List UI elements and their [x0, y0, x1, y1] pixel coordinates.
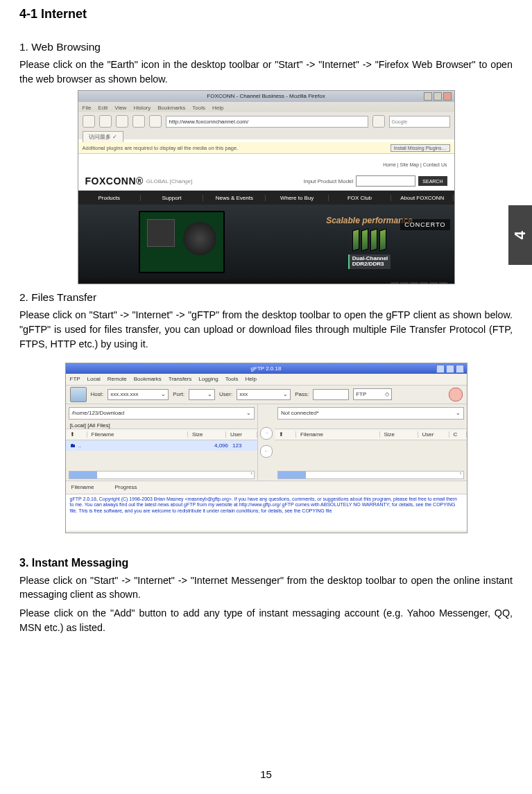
page-6[interactable]: 6 — [439, 282, 447, 284]
gftp-titlebar: gFTP 2.0.18 — [66, 363, 467, 374]
brand-region[interactable]: GLOBAL [Change] — [146, 178, 192, 184]
file-row[interactable]: 🖿 .. 4,096 123 — [66, 440, 258, 451]
page-2[interactable]: 2 — [400, 282, 409, 284]
remote-path[interactable]: Not connected*⌄ — [277, 407, 464, 420]
nav-about[interactable]: About FOXCONN — [391, 195, 454, 201]
protocol-select[interactable]: FTP◇ — [353, 388, 392, 400]
menubar: File Edit View History Bookmarks Tools H… — [78, 102, 454, 113]
col-user[interactable]: User — [418, 431, 449, 438]
install-plugins-button[interactable]: Install Missing Plugins… — [391, 144, 450, 152]
page-1[interactable]: 1 — [391, 282, 399, 284]
page-heading: 4-1 Internet — [19, 7, 513, 21]
chapter-tab: 4 — [508, 205, 532, 265]
section1-title: 1. Web Browsing — [19, 41, 513, 53]
host-label: Host: — [91, 391, 104, 397]
stop-button[interactable] — [449, 388, 463, 402]
section3-body1: Please click on "Start" -> "Internet" ->… — [19, 573, 513, 602]
window-titlebar: FOXCONN - Channel Business - Mozilla Fir… — [78, 91, 454, 102]
col-user[interactable]: User — [226, 431, 257, 438]
brand-logo: FOXCONN® — [85, 175, 144, 187]
section3-title: 3. Instant Messaging — [19, 557, 513, 569]
nav-news[interactable]: News & Events — [203, 195, 266, 201]
menu-bookmarks[interactable]: Bookmarks — [157, 105, 185, 111]
menu-file[interactable]: File — [83, 105, 92, 111]
nav-where[interactable]: Where to Buy — [266, 195, 328, 201]
firefox-screenshot: FOXCONN - Channel Business - Mozilla Fir… — [78, 90, 455, 284]
scrollbar[interactable] — [69, 471, 255, 479]
nav-products[interactable]: Products — [78, 195, 141, 201]
gftp-menubar: FTP Local Remote Bookmarks Transfers Log… — [66, 374, 467, 386]
menu-tools[interactable]: Tools — [225, 376, 239, 382]
hero-badge: CONCERTO — [400, 219, 449, 230]
download-button[interactable]: ← — [260, 445, 273, 458]
local-filter: [Local] [All Files] — [66, 422, 258, 429]
close-icon[interactable] — [443, 92, 452, 101]
menu-tools[interactable]: Tools — [192, 105, 205, 111]
menu-logging[interactable]: Logging — [198, 376, 218, 382]
col-size[interactable]: Size — [380, 431, 418, 438]
forward-button[interactable] — [99, 115, 112, 128]
stop-button[interactable] — [132, 115, 145, 128]
maximize-icon[interactable] — [434, 92, 442, 101]
site-search-button[interactable]: SEARCH — [418, 176, 447, 186]
user-input[interactable]: xxx⌄ — [237, 389, 291, 400]
address-bar[interactable]: http://www.foxconnchannel.com/ — [166, 116, 368, 128]
log-output: gFTP 2.0.18, Copyright (C) 1998-2003 Bri… — [66, 494, 467, 530]
close-icon[interactable] — [456, 365, 464, 373]
maximize-icon[interactable] — [446, 365, 454, 373]
pass-input[interactable] — [313, 389, 349, 400]
menu-local[interactable]: Local — [87, 376, 101, 382]
gftp-title: gFTP 2.0.18 — [251, 365, 282, 372]
local-path[interactable]: /home/123/Download⌄ — [69, 407, 255, 420]
scrollbar[interactable] — [277, 471, 464, 479]
col-filename[interactable]: Filename — [87, 431, 189, 438]
minimize-icon[interactable] — [436, 365, 445, 373]
host-input[interactable]: xxx.xxx.xxx⌄ — [108, 389, 169, 400]
section2-title: 2. Files Transfer — [19, 291, 513, 304]
bookmark-toolbar-item[interactable]: 访问最多 ✓ — [83, 131, 123, 142]
menu-view[interactable]: View — [114, 105, 126, 111]
back-button[interactable] — [83, 115, 95, 128]
section3-body2: Please click on the "Add" button to add … — [19, 606, 513, 635]
section2-body: Please click on "Start" -> "Internet" ->… — [19, 308, 513, 351]
queue-col-filename[interactable]: Filename — [71, 484, 94, 490]
window-title: FOXCONN - Channel Business - Mozilla Fir… — [207, 93, 325, 99]
minimize-icon[interactable] — [424, 92, 432, 101]
local-pane: /home/123/Download⌄ [Local] [All Files] … — [66, 404, 259, 481]
home-button[interactable] — [149, 115, 162, 128]
ram-image — [352, 230, 386, 250]
digital-life-logo: DIGITAL LiFE — [85, 283, 130, 285]
remote-pane: Not connected*⌄ ⬆ Filename Size User C — [275, 404, 467, 481]
connect-icon[interactable] — [70, 387, 87, 402]
menu-edit[interactable]: Edit — [98, 105, 108, 111]
page-4[interactable]: 4 — [420, 282, 428, 284]
section1-body: Please click on the "Earth" icon in the … — [19, 58, 513, 86]
nav-foxclub[interactable]: FOX Club — [329, 195, 391, 201]
queue-col-progress[interactable]: Progress — [114, 484, 137, 490]
site-top-links[interactable]: Home | Site Map | Contact Us — [383, 162, 447, 167]
folder-icon: 🖿 — [70, 442, 76, 449]
menu-history[interactable]: History — [133, 105, 151, 111]
col-extra[interactable]: C — [449, 431, 467, 438]
reload-button[interactable] — [116, 115, 128, 128]
menu-remote[interactable]: Remote — [108, 376, 127, 382]
file-user: 123 — [232, 442, 253, 449]
page-5[interactable]: 5 — [429, 282, 438, 284]
port-input[interactable]: ⌄ — [189, 389, 215, 400]
motherboard-image — [139, 211, 225, 273]
search-box[interactable]: Google — [389, 116, 450, 128]
site-search-input[interactable] — [356, 175, 415, 187]
menu-ftp[interactable]: FTP — [70, 376, 80, 382]
page-3[interactable]: 3 — [410, 282, 418, 284]
menu-transfers[interactable]: Transfers — [169, 376, 192, 382]
go-button[interactable] — [372, 115, 385, 128]
nav-support[interactable]: Support — [141, 195, 203, 201]
menu-bookmarks[interactable]: Bookmarks — [134, 376, 162, 382]
col-size[interactable]: Size — [188, 431, 226, 438]
col-filename[interactable]: Filename — [296, 431, 380, 438]
menu-help[interactable]: Help — [245, 376, 256, 382]
upload-button[interactable]: → — [260, 427, 273, 440]
file-name: .. — [78, 442, 81, 449]
site-search-label: Input Product Model — [304, 178, 354, 184]
menu-help[interactable]: Help — [212, 105, 223, 111]
